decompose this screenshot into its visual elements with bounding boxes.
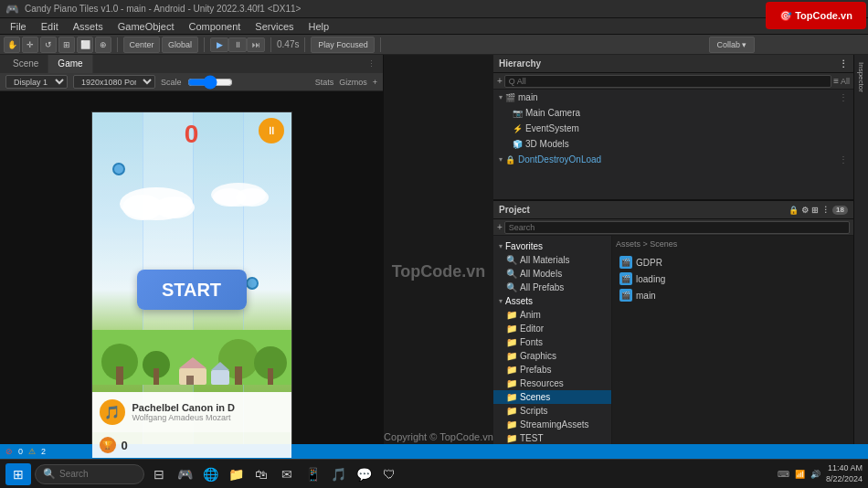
hierarchy-3dmodels-label: 3D Models [525, 139, 569, 149]
start-menu-button[interactable]: ⊞ [5, 463, 31, 485]
hierarchy-add-btn[interactable]: + [497, 76, 503, 86]
asset-gdpr[interactable]: 🎬 GDPR [616, 254, 850, 271]
taskbar-search-box[interactable]: 🔍 [35, 464, 144, 484]
menu-services[interactable]: Services [249, 18, 300, 35]
taskbar-app3-icon[interactable]: 💬 [353, 463, 375, 485]
song-details: Pachelbel Canon in D Wolfgang Amadeus Mo… [132, 402, 284, 422]
hierarchy-filter-btn[interactable]: ≡ [833, 76, 839, 86]
resolution-select[interactable]: 1920x1080 Portrait [73, 75, 155, 89]
folder-scenes-label: Scenes [520, 392, 550, 402]
project-folder-anim[interactable]: 📁 Anim [493, 308, 611, 322]
project-folder-streaming[interactable]: 📁 StreamingAssets [493, 418, 611, 431]
hand-tool[interactable]: ✋ [4, 37, 20, 53]
eventsystem-icon: ⚡ [513, 124, 523, 133]
project-folder-scenes[interactable]: 📁 Scenes [493, 390, 611, 404]
project-settings-btn[interactable]: ⚙ [801, 206, 809, 215]
menu-assets[interactable]: Assets [67, 18, 110, 35]
asset-loading[interactable]: 🎬 loading [616, 271, 850, 287]
play-button[interactable]: ▶ [210, 37, 228, 52]
taskbar-search-input[interactable] [59, 469, 114, 479]
main-layout: Scene Game ⋮ Display 1 1920x1080 Portrai… [0, 55, 868, 488]
taskbar-unity-icon[interactable]: 🎮 [174, 463, 196, 485]
display-select[interactable]: Display 1 [5, 75, 68, 89]
asset-main[interactable]: 🎬 main [616, 287, 850, 303]
scene-icon-main: 🎬 [619, 289, 632, 302]
project-all-models[interactable]: 🔍 All Models [493, 267, 611, 281]
rotate-tool[interactable]: ↺ [40, 37, 57, 53]
project-add-btn[interactable]: + [497, 222, 503, 232]
project-folder-graphics[interactable]: 📁 Graphics [493, 349, 611, 363]
project-folder-scripts[interactable]: 📁 Scripts [493, 404, 611, 418]
menu-component[interactable]: Component [182, 18, 247, 35]
menu-edit[interactable]: Edit [35, 18, 65, 35]
tab-scene[interactable]: Scene [4, 55, 48, 73]
svg-rect-11 [235, 366, 242, 385]
project-folder-resources[interactable]: 📁 Resources [493, 377, 611, 390]
taskbar-folder-icon[interactable]: 📁 [225, 463, 247, 485]
menu-file[interactable]: File [4, 18, 33, 35]
project-folder-prefabs[interactable]: 📁 Prefabs [493, 363, 611, 377]
topcode-logo-text: 🎯 TopCode.vn [779, 10, 852, 22]
move-tool[interactable]: ✛ [22, 37, 38, 53]
step-button[interactable]: ⏭ [247, 37, 265, 52]
game-landscape [92, 312, 291, 385]
folder-icon-scenes: 📁 [506, 392, 517, 402]
tab-game[interactable]: Game [48, 55, 92, 73]
taskbar-chrome-icon[interactable]: 🌐 [199, 463, 221, 485]
taskbar-taskview[interactable]: ⊟ [148, 463, 170, 485]
error-count: 0 [18, 447, 23, 456]
folder-editor-label: Editor [520, 324, 544, 334]
menu-gameobject[interactable]: GameObject [111, 18, 181, 35]
project-menu-btn[interactable]: ⋮ [821, 206, 830, 215]
global-button[interactable]: Global [162, 37, 198, 53]
stats-button[interactable]: Stats [315, 78, 334, 87]
hierarchy-item-eventsystem[interactable]: ⚡ EventSystem [493, 121, 853, 136]
project-layout-btn[interactable]: ⊞ [811, 206, 819, 215]
pivot-button[interactable]: Center [123, 37, 160, 53]
project-lock-btn[interactable]: 🔒 [789, 206, 799, 215]
scale-tool[interactable]: ⊞ [58, 37, 75, 53]
taskbar-app4-icon[interactable]: 🛡 [378, 463, 400, 485]
taskbar-app2-icon[interactable]: 🎵 [327, 463, 349, 485]
topcode-logo: 🎯 TopCode.vn [766, 2, 866, 29]
project-folder-editor[interactable]: 📁 Editor [493, 322, 611, 335]
game-pause-button[interactable] [259, 118, 284, 143]
hierarchy-panel: Hierarchy ⋮ + ≡ All ▾ 🎬 main ⋮ 📷 Main Ca… [493, 55, 853, 201]
taskbar-app1-icon[interactable]: 📱 [302, 463, 323, 485]
svg-marker-15 [179, 357, 206, 368]
project-all-materials[interactable]: 🔍 All Materials [493, 253, 611, 267]
add-button[interactable]: + [373, 78, 377, 87]
project-assets-section[interactable]: ▾ Assets [493, 294, 611, 308]
scale-slider[interactable] [187, 78, 233, 87]
menu-help[interactable]: Help [302, 18, 336, 35]
gizmos-button[interactable]: Gizmos [339, 78, 367, 87]
collab-button[interactable]: Collab ▾ [709, 37, 755, 53]
taskbar-mail-icon[interactable]: ✉ [276, 463, 298, 485]
panel-options[interactable]: ⋮ [364, 55, 379, 73]
project-folder-fonts[interactable]: 📁 Fonts [493, 335, 611, 349]
hierarchy-item-3dmodels[interactable]: 🧊 3D Models [493, 136, 853, 152]
hierarchy-item-main[interactable]: ▾ 🎬 main ⋮ [493, 90, 853, 105]
hierarchy-kebab-main[interactable]: ⋮ [839, 92, 848, 102]
play-focused-button[interactable]: Play Focused [311, 37, 375, 53]
folder-icon-editor: 📁 [506, 324, 517, 334]
hierarchy-search[interactable] [504, 75, 831, 88]
separator-1 [117, 37, 118, 52]
hierarchy-kebab-dontdestroy[interactable]: ⋮ [839, 154, 848, 164]
hierarchy-item-dontdestroy[interactable]: ▾ 🔒 DontDestroyOnLoad ⋮ [493, 152, 853, 167]
project-all-prefabs[interactable]: 🔍 All Prefabs [493, 281, 611, 294]
score-icon: 🏆 [100, 437, 116, 453]
left-panel: Scene Game ⋮ Display 1 1920x1080 Portrai… [0, 55, 384, 488]
taskbar-store-icon[interactable]: 🛍 [250, 463, 272, 485]
start-button[interactable]: START [137, 270, 247, 310]
rect-tool[interactable]: ⬜ [77, 37, 93, 53]
project-favorites-section[interactable]: ▾ Favorites [493, 239, 611, 253]
project-folder-test[interactable]: 📁 TEST [493, 431, 611, 445]
project-search[interactable] [504, 221, 850, 234]
scale-label: Scale [161, 78, 182, 87]
pause-button[interactable]: ⏸ [228, 37, 247, 52]
hierarchy-item-camera[interactable]: 📷 Main Camera [493, 105, 853, 121]
score-value: 0 [122, 439, 128, 452]
transform-tool[interactable]: ⊕ [95, 37, 111, 53]
hierarchy-menu[interactable]: ⋮ [839, 58, 848, 69]
